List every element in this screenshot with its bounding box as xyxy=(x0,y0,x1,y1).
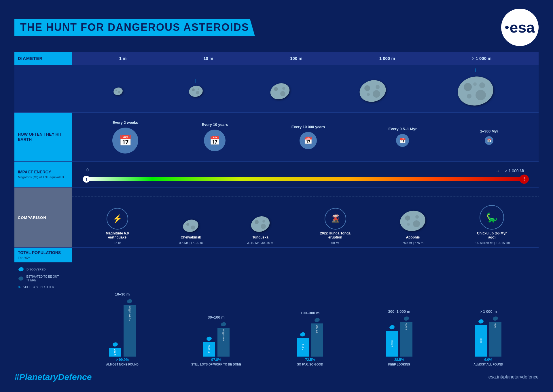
pop-bar-wrap-disc-5: 880 xyxy=(475,319,487,357)
svg-point-40 xyxy=(300,332,306,337)
svg-point-24 xyxy=(191,226,195,230)
disc-bar-2: 11 886 xyxy=(203,342,215,357)
est-bar-1: 40-50 Million xyxy=(124,305,136,357)
pop-bar-wrap-disc-1: 9 787 xyxy=(109,342,121,357)
svg-point-27 xyxy=(261,224,266,229)
svg-point-43 xyxy=(403,316,409,321)
diameter-row: DIAMETER 1 m 10 m 100 m 1 000 m > 1 000 … xyxy=(14,52,539,65)
often-item-5: 1–300 Myr 📅 xyxy=(480,129,498,145)
dashed-line-1 xyxy=(118,81,118,86)
pop-bar-wrap-est-3: 27 500 xyxy=(311,317,323,357)
comparison-items: ⚡ Magnitude 6.0 earthquake 15 kt Chelyab… xyxy=(72,188,539,247)
svg-point-0 xyxy=(113,87,124,96)
impact-max-label: → > 1 000 Mt xyxy=(495,168,524,174)
main-title: THE HUNT FOR DANGEROUS ASTEROIDS xyxy=(20,21,249,33)
svg-point-21 xyxy=(473,82,477,86)
often-item-3: Every 10 000 years 📅 xyxy=(291,125,325,149)
hunga-tonga-icon: 🌋 xyxy=(325,208,346,230)
est-icon-4 xyxy=(403,316,410,321)
svg-point-25 xyxy=(249,215,272,234)
esa-text: esa xyxy=(510,19,535,36)
pop-group-3: 100–300 m 7 541 xyxy=(290,311,330,366)
diameter-label: DIAMETER xyxy=(14,52,72,65)
svg-point-28 xyxy=(262,220,265,223)
asteroid-icon-gt1000m xyxy=(453,73,498,109)
pop-bars-2: 11 886 0.6 Million xyxy=(203,322,230,357)
how-often-section: HOW OFTEN THEY HIT EARTH Every 2 weeks 📅… xyxy=(14,112,539,161)
pop-group-5: > 1 000 m 880 xyxy=(468,309,508,366)
est-icon-3 xyxy=(314,317,320,323)
estimated-asteroid-icon xyxy=(18,276,24,281)
diam-gt1000m: > 1 000 m xyxy=(472,56,492,61)
comp-hunga-tonga: 🌋 2022 Hunga Tonga eruption 60 Mt xyxy=(318,208,353,245)
disc-bar-5: 880 xyxy=(475,325,487,357)
svg-point-29 xyxy=(399,209,427,233)
dashed-line-4 xyxy=(373,72,373,77)
svg-point-31 xyxy=(413,220,420,227)
svg-point-2 xyxy=(118,91,120,93)
legend-discovered: DISCOVERED xyxy=(18,267,69,272)
svg-point-23 xyxy=(186,223,189,226)
disc-bar-1: 9 787 xyxy=(109,348,121,357)
often-item-1: Every 2 weeks 📅 xyxy=(112,120,138,154)
dashed-line-3 xyxy=(280,76,280,80)
svg-point-22 xyxy=(182,218,200,234)
often-item-4: Every 0.5–1 Myr 📅 xyxy=(388,127,416,147)
dashed-line-5 xyxy=(476,68,476,72)
apophis-asteroid xyxy=(397,208,429,234)
disc-bar-4: 4 933 xyxy=(386,331,398,357)
svg-point-36 xyxy=(112,342,118,347)
often-item-2: Every 10 years 📅 xyxy=(202,122,228,151)
pop-group-2: 30–100 m 11 886 xyxy=(191,315,241,366)
pop-bar-wrap-disc-4: 4 933 xyxy=(386,325,398,357)
comp-apophis: Apophis 750 Mt | 375 m xyxy=(397,208,429,245)
svg-point-16 xyxy=(455,74,495,108)
exclaim-white: ! xyxy=(83,176,90,183)
pop-bar-wrap-est-1: 40-50 Million xyxy=(124,299,136,357)
svg-point-4 xyxy=(192,88,195,91)
disc-icon-3 xyxy=(300,332,306,337)
comparison-label: COMPARISON xyxy=(14,188,72,247)
populations-section: TOTAL POPULATIONS For 2024 DISCOVERED xyxy=(14,247,539,368)
svg-point-34 xyxy=(18,267,24,272)
diam-100m: 100 m xyxy=(290,56,302,61)
diam-1m: 1 m xyxy=(119,56,126,61)
svg-point-39 xyxy=(220,322,226,327)
hashtag: #PlanetaryDefence xyxy=(14,372,92,382)
svg-point-26 xyxy=(255,220,259,224)
asteroid-1m xyxy=(113,81,124,96)
comparison-section: COMPARISON ⚡ Magnitude 6.0 earthquake 15… xyxy=(14,187,539,247)
pop-bars-5: 880 936 xyxy=(475,316,501,357)
comp-chelyabinsk: Chelyabinsk 0.5 Mt | 17–20 m xyxy=(179,218,203,245)
impact-content: 0 → > 1 000 Mt ! ! xyxy=(72,162,539,187)
dashed-line-2 xyxy=(196,79,196,83)
svg-point-14 xyxy=(376,85,380,89)
impact-scale-labels: 0 → > 1 000 Mt xyxy=(86,168,524,174)
exclaim-red: ! xyxy=(520,175,529,184)
svg-point-7 xyxy=(268,82,292,101)
pop-bar-wrap-disc-3: 7 541 xyxy=(297,332,309,357)
gradient-bar xyxy=(86,177,524,181)
svg-point-35 xyxy=(18,276,24,281)
asteroid-icon-100m xyxy=(268,82,292,101)
how-often-label: HOW OFTEN THEY HIT EARTH xyxy=(14,113,72,161)
svg-point-5 xyxy=(196,91,199,94)
comp-tunguska: Tunguska 3–10 Mt | 30–40 m xyxy=(247,215,274,245)
earthquake-icon: ⚡ xyxy=(107,208,128,230)
populations-legend: DISCOVERED ESTIMATED TO BE OUT THERE % S… xyxy=(14,262,72,293)
pop-group-1: 10–30 m 9 787 xyxy=(102,292,143,366)
svg-point-8 xyxy=(274,87,278,91)
svg-point-19 xyxy=(479,82,485,88)
pop-group-4: 300–1 000 m 4 933 xyxy=(379,309,419,366)
chicxulub-icon: 🦕 xyxy=(480,205,504,230)
asteroid-10m xyxy=(188,79,204,98)
est-icon-5 xyxy=(492,316,499,321)
svg-point-18 xyxy=(476,90,486,100)
diameter-values: 1 m 10 m 100 m 1 000 m > 1 000 m xyxy=(72,52,539,65)
svg-point-45 xyxy=(493,316,499,321)
pop-bar-wrap-disc-2: 11 886 xyxy=(203,336,215,357)
svg-point-41 xyxy=(314,317,320,323)
disc-bar-3: 7 541 xyxy=(297,338,309,357)
calendar-icon-4: 📅 xyxy=(396,134,409,147)
discovered-asteroid-icon xyxy=(18,267,24,272)
